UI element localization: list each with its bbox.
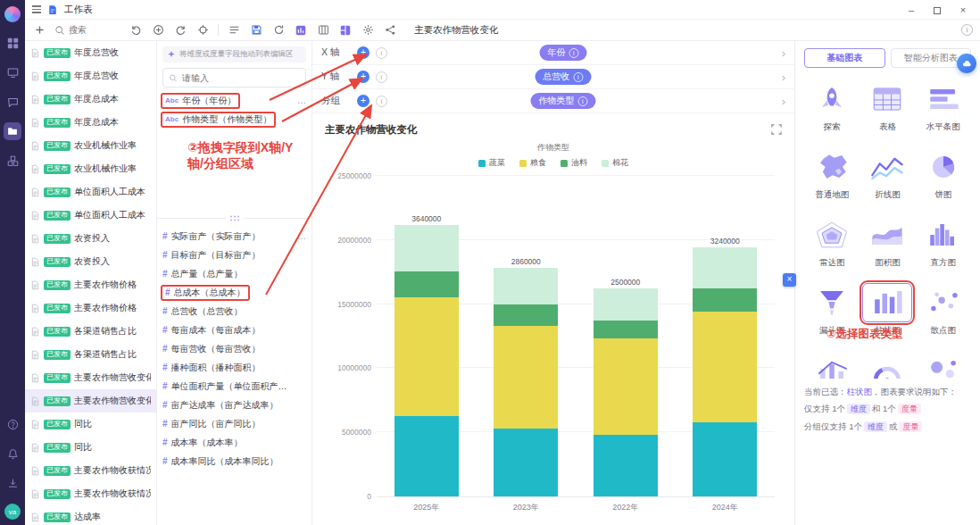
toolbar-search[interactable] bbox=[54, 25, 120, 36]
bar-segment[interactable] bbox=[693, 312, 757, 422]
legend-item[interactable]: 油料 bbox=[561, 157, 587, 169]
bar-segment[interactable] bbox=[594, 338, 658, 435]
chart-type-item[interactable]: 散点图 bbox=[916, 279, 971, 346]
cloud-sync-button[interactable] bbox=[957, 54, 976, 73]
message-icon[interactable] bbox=[4, 93, 21, 111]
more-icon[interactable]: … bbox=[294, 231, 306, 241]
dataset-item[interactable]: 已发布农资投入 bbox=[25, 250, 156, 273]
user-avatar[interactable]: va bbox=[4, 504, 21, 520]
chart-type-item[interactable]: 表格 bbox=[860, 75, 915, 143]
chart-type-item[interactable]: 探索 bbox=[804, 75, 860, 143]
dismiss-button[interactable]: × bbox=[783, 273, 796, 287]
settings-icon[interactable] bbox=[361, 23, 375, 38]
bar-segment[interactable] bbox=[394, 297, 459, 416]
field-item[interactable]: #每亩成本（每亩成本） bbox=[162, 321, 306, 339]
new-item-button[interactable] bbox=[32, 23, 46, 38]
bar-segment[interactable] bbox=[394, 416, 459, 496]
undo-icon[interactable] bbox=[129, 23, 143, 38]
dataset-item[interactable]: 已发布主要农作物收获情况 bbox=[25, 459, 156, 482]
share-icon[interactable] bbox=[383, 23, 397, 38]
field-item[interactable]: #单位面积产量（单位面积产量） bbox=[162, 377, 306, 396]
add-field-button[interactable]: + bbox=[357, 95, 370, 107]
dataset-item[interactable]: 已发布达成率 bbox=[25, 505, 156, 525]
chevron-right-icon[interactable]: › bbox=[782, 71, 785, 84]
chevron-right-icon[interactable]: › bbox=[782, 95, 785, 108]
dataset-item[interactable]: 已发布各渠道销售占比 bbox=[25, 343, 156, 366]
bar-segment[interactable] bbox=[594, 435, 658, 496]
folder-icon[interactable] bbox=[4, 122, 21, 140]
chart-type-item[interactable]: 直方图 bbox=[916, 211, 971, 279]
apps-grid-icon[interactable] bbox=[4, 34, 21, 52]
app-logo[interactable] bbox=[4, 6, 21, 22]
info-icon[interactable]: i bbox=[961, 24, 973, 36]
dataset-item[interactable]: 已发布单位面积人工成本 bbox=[25, 204, 156, 227]
field-pill[interactable]: 作物类型i bbox=[530, 93, 595, 109]
refresh-icon[interactable] bbox=[271, 23, 286, 38]
chart-type-item[interactable]: 面积图 bbox=[860, 211, 915, 279]
field-item[interactable]: #成本率（成本率） bbox=[162, 433, 306, 452]
dataset-item[interactable]: 已发布主要农作物价格 bbox=[25, 273, 156, 296]
field-item[interactable]: #每亩营收（每亩营收） bbox=[162, 339, 306, 358]
save-icon[interactable] bbox=[249, 23, 263, 38]
bar-segment[interactable] bbox=[494, 326, 558, 429]
bar-segment[interactable] bbox=[494, 429, 558, 496]
dataset-item[interactable]: 已发布年度总成本 bbox=[25, 88, 156, 111]
field-item[interactable]: #亩产同比（亩产同比） bbox=[162, 414, 306, 433]
dataset-item[interactable]: 已发布农资投入 bbox=[25, 227, 156, 250]
dashboard-icon[interactable] bbox=[338, 23, 353, 38]
field-search-input[interactable] bbox=[182, 73, 300, 83]
chart-type-item[interactable]: 普通地图 bbox=[804, 143, 860, 211]
dataset-item[interactable]: 已发布主要农作物营收变化 bbox=[25, 389, 156, 412]
worksheet-tab[interactable]: 工作表 bbox=[64, 4, 93, 16]
bar-segment[interactable] bbox=[594, 288, 658, 321]
dataset-item[interactable]: 已发布单位面积人工成本 bbox=[25, 180, 156, 204]
bar-segment[interactable] bbox=[494, 304, 558, 325]
field-item[interactable]: Abc年份（年份）… bbox=[162, 91, 306, 110]
dataset-item[interactable]: 已发布农业机械作业率 bbox=[25, 134, 156, 157]
close-button[interactable]: × bbox=[953, 1, 973, 19]
menu-icon[interactable] bbox=[32, 5, 41, 13]
legend-item[interactable]: 蔬菜 bbox=[478, 157, 505, 169]
field-pill[interactable]: 年份i bbox=[539, 45, 586, 61]
dataset-item[interactable]: 已发布农业机械作业率 bbox=[25, 157, 156, 180]
field-search[interactable] bbox=[162, 68, 306, 88]
chart-type-item[interactable] bbox=[860, 346, 915, 379]
bar-segment[interactable] bbox=[394, 225, 459, 271]
crosshair-icon[interactable] bbox=[195, 23, 210, 38]
bar-segment[interactable] bbox=[494, 268, 558, 304]
chart-type-item[interactable]: 柱状图 bbox=[860, 279, 915, 346]
chart-type-item[interactable]: 漏斗图 bbox=[804, 279, 860, 346]
dataset-item[interactable]: 已发布年度总成本 bbox=[25, 111, 156, 134]
outline-icon[interactable] bbox=[227, 23, 241, 38]
add-circle-icon[interactable] bbox=[151, 23, 165, 38]
dataset-item[interactable]: 已发布主要农作物收获情况 bbox=[25, 482, 156, 505]
bar-segment[interactable] bbox=[693, 288, 757, 312]
bell-icon[interactable] bbox=[4, 445, 21, 462]
bar-segment[interactable] bbox=[693, 247, 757, 289]
field-item[interactable]: #成本率同比（成本率同比） bbox=[162, 452, 306, 471]
legend-item[interactable]: 棉花 bbox=[602, 157, 628, 169]
chevron-right-icon[interactable]: › bbox=[782, 46, 785, 60]
dataset-item[interactable]: 已发布同比 bbox=[25, 412, 156, 436]
dataset-item[interactable]: 已发布年度总营收 bbox=[25, 41, 156, 64]
chart-view-icon[interactable] bbox=[294, 23, 308, 38]
field-item[interactable]: #目标亩产（目标亩产） bbox=[162, 246, 306, 264]
dataset-item[interactable]: 已发布年度总营收 bbox=[25, 64, 156, 88]
dataset-item[interactable]: 已发布主要农作物价格 bbox=[25, 296, 156, 320]
field-item[interactable]: #实际亩产（实际亩产）… bbox=[162, 227, 306, 246]
blocks-icon[interactable] bbox=[4, 152, 21, 170]
add-field-button[interactable]: + bbox=[357, 46, 370, 59]
minimize-button[interactable]: – bbox=[901, 1, 921, 19]
dataset-item[interactable]: 已发布各渠道销售占比 bbox=[25, 320, 156, 343]
add-field-button[interactable]: + bbox=[357, 71, 370, 83]
field-item[interactable]: #播种面积（播种面积） bbox=[162, 358, 306, 377]
bar-segment[interactable] bbox=[594, 321, 658, 339]
field-item[interactable]: #亩产达成率（亩产达成率） bbox=[162, 396, 306, 414]
field-item[interactable]: #总营收（总营收） bbox=[162, 302, 306, 321]
toolbar-search-input[interactable] bbox=[69, 25, 120, 35]
field-item[interactable]: #总成本（总成本） bbox=[162, 283, 306, 302]
maximize-button[interactable] bbox=[927, 1, 947, 19]
chart-type-item[interactable]: 饼图 bbox=[916, 143, 971, 211]
legend-item[interactable]: 粮食 bbox=[519, 157, 546, 169]
chart-type-item[interactable]: 水平条图 bbox=[916, 75, 971, 143]
